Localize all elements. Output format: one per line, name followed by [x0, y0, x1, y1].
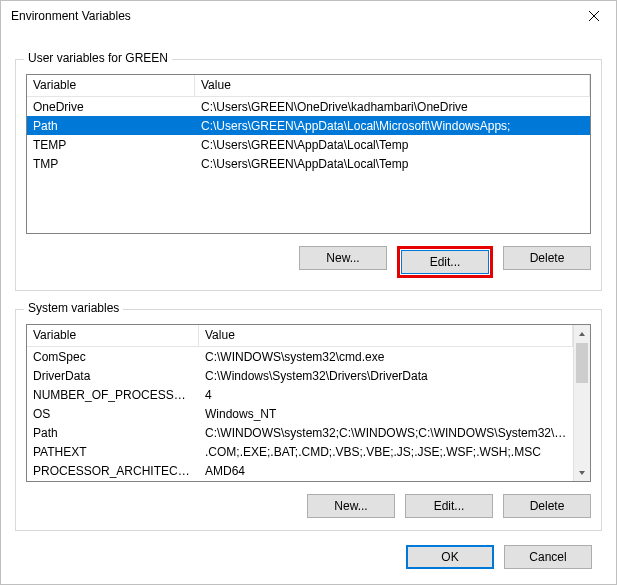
system-variables-group: System variables Variable Value ComSpecC…	[15, 309, 602, 531]
edit-highlight: Edit...	[397, 246, 493, 278]
cancel-button[interactable]: Cancel	[504, 545, 592, 569]
row-value: C:\WINDOWS\system32;C:\WINDOWS;C:\WINDOW…	[199, 424, 573, 442]
row-variable: PROCESSOR_ARCHITECTURE	[27, 462, 199, 480]
row-variable: Path	[27, 424, 199, 442]
system-list-row[interactable]: OSWindows_NT	[27, 404, 573, 423]
row-variable: DriverData	[27, 367, 199, 385]
row-variable: OneDrive	[27, 98, 195, 116]
scroll-down-button[interactable]	[574, 464, 590, 481]
dialog-client: User variables for GREEN Variable Value …	[1, 31, 616, 583]
row-value: C:\Users\GREEN\AppData\Local\Temp	[195, 155, 590, 173]
row-value: C:\Users\GREEN\OneDrive\kadhambari\OneDr…	[195, 98, 590, 116]
system-list-body: ComSpecC:\WINDOWS\system32\cmd.exeDriver…	[27, 347, 573, 480]
row-variable: NUMBER_OF_PROCESSORS	[27, 386, 199, 404]
system-list-row[interactable]: PathC:\WINDOWS\system32;C:\WINDOWS;C:\WI…	[27, 423, 573, 442]
row-variable: TMP	[27, 155, 195, 173]
row-value: C:\Users\GREEN\AppData\Local\Microsoft\W…	[195, 117, 590, 135]
user-list-row[interactable]: TEMPC:\Users\GREEN\AppData\Local\Temp	[27, 135, 590, 154]
row-value: AMD64	[199, 462, 573, 480]
scroll-thumb[interactable]	[576, 343, 588, 383]
row-variable: PATHEXT	[27, 443, 199, 461]
user-list-row[interactable]: PathC:\Users\GREEN\AppData\Local\Microso…	[27, 116, 590, 135]
close-icon	[589, 11, 599, 21]
system-col-value[interactable]: Value	[199, 325, 573, 346]
row-value: C:\WINDOWS\system32\cmd.exe	[199, 348, 573, 366]
user-col-value[interactable]: Value	[195, 75, 590, 96]
titlebar: Environment Variables	[1, 1, 616, 31]
system-list-row[interactable]: PROCESSOR_ARCHITECTUREAMD64	[27, 461, 573, 480]
system-edit-button[interactable]: Edit...	[405, 494, 493, 518]
user-new-button[interactable]: New...	[299, 246, 387, 270]
user-variables-group: User variables for GREEN Variable Value …	[15, 59, 602, 291]
scroll-up-button[interactable]	[574, 325, 590, 342]
system-delete-button[interactable]: Delete	[503, 494, 591, 518]
system-new-button[interactable]: New...	[307, 494, 395, 518]
system-buttons: New... Edit... Delete	[26, 494, 591, 518]
user-list-row[interactable]: OneDriveC:\Users\GREEN\OneDrive\kadhamba…	[27, 97, 590, 116]
row-variable: OS	[27, 405, 199, 423]
system-list-row[interactable]: DriverDataC:\Windows\System32\Drivers\Dr…	[27, 366, 573, 385]
user-variables-list[interactable]: Variable Value OneDriveC:\Users\GREEN\On…	[26, 74, 591, 234]
system-variables-legend: System variables	[24, 301, 123, 315]
row-value: Windows_NT	[199, 405, 573, 423]
user-list-row[interactable]: TMPC:\Users\GREEN\AppData\Local\Temp	[27, 154, 590, 173]
user-variables-legend: User variables for GREEN	[24, 51, 172, 65]
dialog-title: Environment Variables	[11, 9, 131, 23]
svg-marker-3	[579, 471, 585, 475]
user-buttons: New... Edit... Delete	[26, 246, 591, 278]
system-list-header: Variable Value	[27, 325, 573, 347]
system-list-row[interactable]: PATHEXT.COM;.EXE;.BAT;.CMD;.VBS;.VBE;.JS…	[27, 442, 573, 461]
dialog-footer: OK Cancel	[15, 545, 602, 569]
system-scrollbar[interactable]	[573, 325, 590, 481]
user-edit-button[interactable]: Edit...	[401, 250, 489, 274]
system-list-row[interactable]: ComSpecC:\WINDOWS\system32\cmd.exe	[27, 347, 573, 366]
system-list-row[interactable]: NUMBER_OF_PROCESSORS4	[27, 385, 573, 404]
system-variables-list[interactable]: Variable Value ComSpecC:\WINDOWS\system3…	[26, 324, 591, 482]
user-col-variable[interactable]: Variable	[27, 75, 195, 96]
row-value: C:\Windows\System32\Drivers\DriverData	[199, 367, 573, 385]
system-col-variable[interactable]: Variable	[27, 325, 199, 346]
user-list-header: Variable Value	[27, 75, 590, 97]
row-value: C:\Users\GREEN\AppData\Local\Temp	[195, 136, 590, 154]
row-value: 4	[199, 386, 573, 404]
row-variable: Path	[27, 117, 195, 135]
chevron-down-icon	[578, 469, 586, 477]
close-button[interactable]	[572, 1, 616, 31]
chevron-up-icon	[578, 330, 586, 338]
row-variable: TEMP	[27, 136, 195, 154]
svg-marker-2	[579, 332, 585, 336]
row-value: .COM;.EXE;.BAT;.CMD;.VBS;.VBE;.JS;.JSE;.…	[199, 443, 573, 461]
ok-button[interactable]: OK	[406, 545, 494, 569]
user-delete-button[interactable]: Delete	[503, 246, 591, 270]
user-list-body: OneDriveC:\Users\GREEN\OneDrive\kadhamba…	[27, 97, 590, 173]
row-variable: ComSpec	[27, 348, 199, 366]
